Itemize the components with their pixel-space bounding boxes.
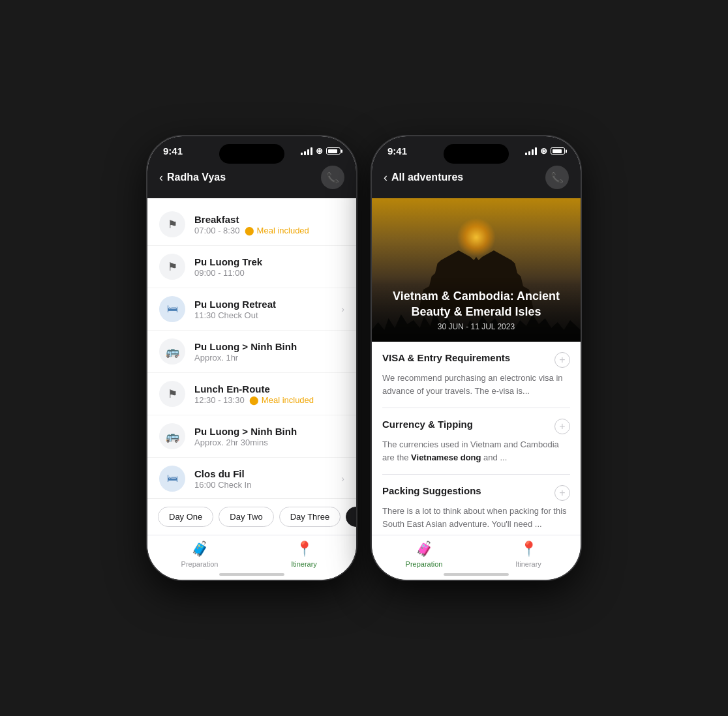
item-title: Pu Luong > Ninh Binh — [194, 426, 344, 437]
back-button-1[interactable]: ‹ — [159, 171, 163, 185]
item-title: Breakfast — [194, 214, 344, 225]
phone-call-button-2[interactable]: 📞 — [545, 166, 569, 189]
location-icon-1: 📍 — [296, 541, 313, 558]
flag-icon: ⚑ — [159, 381, 185, 407]
status-icons-1: ⊛ — [301, 146, 341, 156]
day-tab-one[interactable]: Day One — [158, 507, 213, 527]
nav-left-2: ‹ All adventures — [384, 171, 463, 185]
info-header: Packing Suggestions + — [382, 485, 570, 501]
list-item[interactable]: ⚑ Lunch En-Route 12:30 - 13:30 ⬤ Meal in… — [147, 373, 356, 415]
info-section-packing: Packing Suggestions + There is a lot to … — [382, 475, 570, 535]
item-title: Lunch En-Route — [194, 383, 344, 395]
day-tab-three[interactable]: Day Three — [279, 507, 341, 527]
list-item[interactable]: 🛏 Clos du Fil 16:00 Check In › — [147, 458, 356, 498]
expand-button-visa[interactable]: + — [554, 352, 570, 368]
item-details: Lunch En-Route 12:30 - 13:30 ⬤ Meal incl… — [194, 383, 344, 405]
chevron-right-icon: › — [341, 473, 344, 484]
list-item[interactable]: 🚌 Pu Luong > Ninh Binh Approx. 2hr 30min… — [147, 415, 356, 458]
dynamic-island-1 — [219, 144, 284, 164]
signal-icon-2 — [525, 147, 537, 155]
flag-icon: ⚑ — [159, 254, 185, 280]
chevron-right-icon: › — [341, 304, 344, 314]
suitcase-icon-1: 🧳 — [191, 541, 209, 558]
location-icon-2: 📍 — [520, 541, 538, 558]
content-1: ⚑ Breakfast 07:00 - 8:30 ⬤ Meal included… — [147, 198, 356, 580]
tab-itinerary-2[interactable]: 📍 Itinerary — [476, 541, 581, 568]
phone-call-button-1[interactable]: 📞 — [321, 166, 344, 189]
wifi-icon-2: ⊛ — [540, 146, 547, 156]
item-subtitle: Approx. 1hr — [194, 353, 344, 363]
home-indicator-2 — [444, 573, 509, 576]
bed-icon: 🛏 — [159, 296, 185, 322]
tab-preparation-2[interactable]: 🧳 Preparation — [372, 541, 476, 568]
screen-2: 9:41 ⊛ ‹ All adventures 📞 — [372, 136, 581, 580]
phone-icon-2: 📞 — [551, 172, 564, 184]
info-header: Currency & Tipping + — [382, 419, 570, 434]
signal-icon-1 — [301, 147, 312, 155]
item-details: Pu Luong Trek 09:00 - 11:00 — [194, 256, 344, 278]
item-subtitle: Approx. 2hr 30mins — [194, 438, 344, 447]
phone-2: 9:41 ⊛ ‹ All adventures 📞 — [372, 136, 581, 580]
nav-left-1: ‹ Radha Vyas — [159, 171, 226, 185]
bed-icon: 🛏 — [159, 466, 185, 492]
section-title-currency: Currency & Tipping — [382, 419, 554, 430]
time-1: 9:41 — [163, 145, 183, 157]
hero-date: 30 JUN - 11 JUL 2023 — [382, 322, 570, 331]
meal-tag: ⬤ Meal included — [249, 395, 314, 405]
nav-title-1: Radha Vyas — [167, 172, 226, 183]
phone-1: 9:41 ⊛ ‹ Radha Vyas 📞 — [147, 136, 356, 580]
battery-icon-1 — [326, 147, 341, 155]
home-indicator-1 — [219, 573, 284, 576]
item-title: Pu Luong Trek — [194, 256, 344, 267]
item-details: Clos du Fil 16:00 Check In — [194, 468, 332, 490]
wifi-icon-1: ⊛ — [316, 146, 323, 156]
section-body-currency: The currencies used in Vietnam and Cambo… — [382, 438, 570, 464]
meal-tag: ⬤ Meal included — [245, 226, 309, 235]
status-icons-2: ⊛ — [525, 146, 565, 156]
item-details: Pu Luong > Ninh Binh Approx. 2hr 30mins — [194, 426, 344, 447]
itinerary-list: ⚑ Breakfast 07:00 - 8:30 ⬤ Meal included… — [147, 198, 356, 498]
item-subtitle: 12:30 - 13:30 ⬤ Meal included — [194, 395, 344, 405]
item-title: Clos du Fil — [194, 468, 332, 479]
flag-icon: ⚑ — [159, 211, 185, 237]
suitcase-icon-2: 🧳 — [416, 541, 433, 558]
item-details: Pu Luong Retreat 11:30 Check Out — [194, 299, 332, 320]
list-item[interactable]: 🚌 Pu Luong > Ninh Binh Approx. 1hr — [147, 331, 356, 373]
expand-button-packing[interactable]: + — [554, 485, 570, 501]
hero-title: Vietnam & Cambodia: Ancient Beauty & Eme… — [382, 289, 570, 320]
item-title: Pu Luong Retreat — [194, 299, 332, 310]
tab-label-preparation-2: Preparation — [406, 560, 443, 568]
bus-icon: 🚌 — [159, 423, 185, 449]
dynamic-island-2 — [444, 144, 509, 164]
item-subtitle: 11:30 Check Out — [194, 310, 332, 320]
section-body-visa: We recommend purchasing an electronic vi… — [382, 372, 570, 397]
time-2: 9:41 — [387, 145, 407, 157]
tab-preparation-1[interactable]: 🧳 Preparation — [147, 541, 252, 568]
item-subtitle: 09:00 - 11:00 — [194, 268, 344, 278]
day-tabs: Day One Day Two Day Three Day Four — [147, 498, 356, 535]
item-details: Pu Luong > Ninh Binh Approx. 1hr — [194, 341, 344, 363]
phone-icon-1: 📞 — [326, 172, 339, 184]
expand-button-currency[interactable]: + — [554, 419, 570, 434]
item-details: Breakfast 07:00 - 8:30 ⬤ Meal included — [194, 214, 344, 235]
battery-icon-2 — [551, 147, 565, 155]
nav-header-2: ‹ All adventures 📞 — [372, 160, 581, 198]
list-item[interactable]: ⚑ Breakfast 07:00 - 8:30 ⬤ Meal included — [147, 203, 356, 246]
screen-1: 9:41 ⊛ ‹ Radha Vyas 📞 — [147, 136, 356, 580]
tab-itinerary-1[interactable]: 📍 Itinerary — [252, 541, 356, 568]
hero-image: Vietnam & Cambodia: Ancient Beauty & Eme… — [372, 198, 581, 342]
item-subtitle: 07:00 - 8:30 ⬤ Meal included — [194, 226, 344, 235]
section-title-packing: Packing Suggestions — [382, 485, 554, 496]
list-item[interactable]: ⚑ Pu Luong Trek 09:00 - 11:00 — [147, 246, 356, 288]
day-tab-four[interactable]: Day Four — [346, 507, 356, 527]
nav-header-1: ‹ Radha Vyas 📞 — [147, 160, 356, 198]
tab-label-preparation-1: Preparation — [181, 560, 219, 568]
hero-text-overlay: Vietnam & Cambodia: Ancient Beauty & Eme… — [372, 278, 581, 342]
tab-label-itinerary-2: Itinerary — [515, 560, 541, 568]
back-button-2[interactable]: ‹ — [384, 171, 387, 185]
bold-text: Vietnamese dong — [411, 453, 481, 462]
day-tab-two[interactable]: Day Two — [219, 507, 273, 527]
info-section-currency: Currency & Tipping + The currencies used… — [382, 408, 570, 475]
tab-label-itinerary-1: Itinerary — [291, 560, 317, 568]
list-item[interactable]: 🛏 Pu Luong Retreat 11:30 Check Out › — [147, 288, 356, 331]
